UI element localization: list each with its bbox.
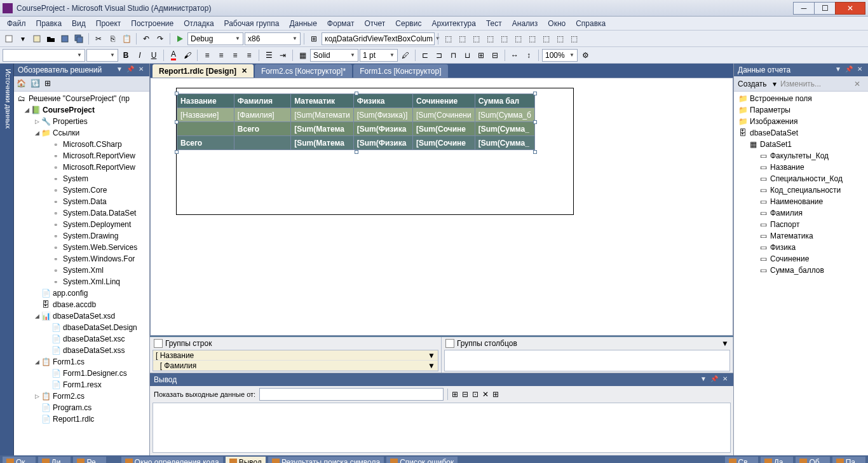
align-3[interactable]: ⊓ — [447, 49, 459, 62]
menu-tools[interactable]: Сервис — [391, 18, 426, 29]
menu-build[interactable]: Построение — [126, 18, 178, 29]
menu-analyze[interactable]: Анализ — [508, 18, 543, 29]
font-combo[interactable]: ▼ — [3, 49, 85, 62]
border-button[interactable]: ▦ — [296, 49, 309, 62]
linestyle-combo[interactable]: Solid▼ — [310, 49, 358, 62]
menu-file[interactable]: Файл — [3, 18, 31, 29]
total-cell[interactable]: [Sum(Матема — [291, 136, 353, 150]
panel-close-icon[interactable]: ✕ — [721, 375, 729, 384]
header-cell[interactable]: Фамилия — [234, 94, 290, 108]
align-2[interactable]: ⊐ — [433, 49, 445, 62]
linewidth-combo[interactable]: 1 pt▼ — [360, 49, 398, 62]
toolbar-btn-10[interactable]: ⬚ — [553, 32, 566, 45]
report-body[interactable]: Название Фамилия Математик Физика Сочине… — [176, 88, 574, 215]
align-6[interactable]: ⊟ — [489, 49, 501, 62]
menu-arch[interactable]: Архитектура — [427, 18, 480, 29]
header-cell[interactable]: Математик — [291, 94, 353, 108]
dropdown-icon[interactable]: ▼ — [721, 339, 729, 348]
menu-edit[interactable]: Правка — [32, 18, 67, 29]
panel-dropdown-icon[interactable]: ▼ — [115, 66, 124, 74]
backcolor-button[interactable]: 🖌 — [181, 49, 194, 62]
align-4[interactable]: ⊔ — [461, 49, 473, 62]
align-center-button[interactable]: ≡ — [215, 49, 227, 62]
tab-close-icon[interactable]: ✕ — [241, 67, 247, 75]
refresh-icon[interactable]: 🔃 — [31, 79, 41, 89]
underline-button[interactable]: U — [147, 49, 160, 62]
redo-button[interactable]: ↷ — [154, 32, 166, 45]
bold-button[interactable]: B — [119, 49, 132, 62]
panel-dropdown-icon[interactable]: ▼ — [834, 66, 843, 74]
total-cell[interactable]: [Sum(Физика — [353, 136, 412, 150]
pin-icon[interactable]: 📌 — [844, 66, 853, 74]
expand-icon[interactable]: ◢ — [33, 359, 41, 365]
menu-project[interactable]: Проект — [92, 18, 126, 29]
row-groups-list[interactable]: [ Название▼ [ Фамилия▼ — [153, 350, 438, 371]
collapse-icon[interactable]: ▷ — [33, 118, 41, 125]
menu-view[interactable]: Вид — [67, 18, 90, 29]
align-justify-button[interactable]: ≡ — [243, 49, 255, 62]
header-cell[interactable]: Физика — [353, 94, 412, 108]
output-btn-4[interactable]: ✕ — [482, 390, 489, 399]
selection-handle[interactable] — [533, 120, 537, 124]
add-item-button[interactable] — [31, 32, 43, 45]
delete-icon[interactable]: ✕ — [854, 79, 860, 88]
header-cell[interactable]: Сочинение — [413, 94, 475, 108]
collapse-icon[interactable]: ▷ — [33, 393, 41, 399]
align-left-button[interactable]: ≡ — [201, 49, 214, 62]
menu-window[interactable]: Окно — [543, 18, 570, 29]
subtotal-cell[interactable]: Всего — [234, 122, 290, 136]
dropdown-icon[interactable]: ▼ — [428, 361, 435, 370]
new-file-button[interactable]: ▾ — [17, 32, 29, 45]
fontsize-combo[interactable]: ▼ — [86, 49, 118, 62]
menu-team[interactable]: Рабочая группа — [220, 18, 284, 29]
menu-data[interactable]: Данные — [285, 18, 321, 29]
expand-icon[interactable]: ◢ — [23, 107, 31, 113]
total-cell[interactable]: Всего — [177, 136, 234, 150]
maximize-button[interactable]: ☐ — [814, 2, 836, 15]
panel-close-icon[interactable]: ✕ — [855, 66, 864, 74]
btab-right[interactable]: Об... — [796, 457, 829, 463]
menu-test[interactable]: Тест — [482, 18, 506, 29]
btab-codedef[interactable]: Окно определения кода — [121, 457, 223, 463]
detail-cell[interactable]: [Название] — [177, 108, 234, 122]
btab-left[interactable]: Ре... — [73, 457, 105, 463]
pin-icon[interactable]: 📌 — [710, 375, 719, 384]
output-body[interactable] — [153, 403, 731, 453]
selection-handle[interactable] — [175, 92, 179, 95]
forecolor-button[interactable]: A — [167, 49, 180, 62]
solution-tree[interactable]: 🗂Решение "CourseProject" (пр ◢📗CoursePro… — [14, 92, 149, 455]
undo-button[interactable]: ↶ — [140, 32, 153, 45]
toolbar-btn-1[interactable]: ⊞ — [308, 32, 320, 45]
save-button[interactable] — [58, 32, 71, 45]
zoom-combo[interactable]: 100%▼ — [542, 49, 578, 62]
expand-icon[interactable]: ◢ — [33, 313, 41, 319]
subtotal-cell[interactable] — [177, 122, 234, 136]
output-btn-3[interactable]: ⊡ — [472, 390, 478, 399]
toolbar-btn-7[interactable]: ⬚ — [512, 32, 524, 45]
fx-button[interactable]: ⚙ — [579, 49, 592, 62]
header-cell[interactable]: Название — [177, 94, 234, 108]
datasources-tab[interactable]: Источники данных — [0, 64, 14, 455]
total-cell[interactable] — [234, 136, 290, 150]
header-cell[interactable]: Сумма бал — [475, 94, 534, 108]
toolbar-btn-5[interactable]: ⬚ — [484, 32, 496, 45]
report-designer[interactable]: Название Фамилия Математик Физика Сочине… — [150, 78, 733, 336]
menu-help[interactable]: Справка — [571, 18, 610, 29]
toolbar-btn-6[interactable]: ⬚ — [498, 32, 510, 45]
cut-button[interactable]: ✂ — [92, 32, 105, 45]
tab-report[interactable]: Report1.rdlc [Design]✕ — [153, 64, 254, 78]
toolbar-btn-4[interactable]: ⬚ — [470, 32, 482, 45]
toolbar-btn-2[interactable]: ⬚ — [442, 32, 454, 45]
output-btn-1[interactable]: ⊞ — [452, 390, 458, 399]
create-button[interactable]: Создать ▾ — [738, 79, 776, 88]
align-1[interactable]: ⊏ — [419, 49, 431, 62]
size-2[interactable]: ↕ — [522, 49, 535, 62]
detail-cell[interactable]: [Sum(Математи — [291, 108, 353, 122]
expand-icon[interactable]: ◢ — [33, 130, 41, 136]
toolbar-btn-8[interactable]: ⬚ — [526, 32, 538, 45]
total-cell[interactable]: [Sum(Сочине — [413, 136, 475, 150]
col-groups-list[interactable] — [444, 350, 730, 371]
showall-icon[interactable]: ⊞ — [44, 79, 55, 89]
btab-findresults[interactable]: Результаты поиска символа — [268, 457, 384, 463]
indent-button[interactable]: ⇥ — [276, 49, 289, 62]
